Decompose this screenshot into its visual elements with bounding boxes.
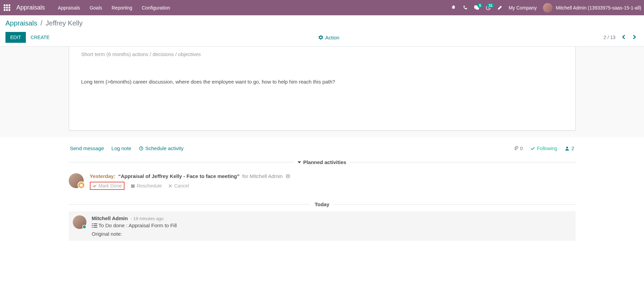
- message-avatar[interactable]: [73, 215, 86, 229]
- user-icon: [565, 146, 569, 151]
- control-center: Action: [54, 35, 604, 40]
- nav-menu-reporting[interactable]: Reporting: [112, 5, 132, 11]
- message-item: Mitchell Admin - 19 minutes ago To Do do…: [69, 211, 576, 241]
- cancel-button[interactable]: Cancel: [168, 183, 189, 189]
- list-icon: [92, 223, 97, 228]
- check-icon: [93, 184, 97, 188]
- svg-rect-13: [94, 227, 97, 228]
- close-icon: [168, 184, 172, 188]
- check-icon: [530, 146, 535, 151]
- attachments-count[interactable]: 0: [513, 146, 523, 151]
- paperclip-icon: [513, 146, 518, 151]
- followers-count[interactable]: 2: [565, 146, 574, 151]
- caret-down-icon: [298, 161, 301, 163]
- form-line-short: Short term (6 months) actions / decision…: [81, 47, 563, 62]
- clock-icon[interactable]: 31: [485, 5, 491, 11]
- message-body: Mitchell Admin - 19 minutes ago To Do do…: [92, 215, 570, 237]
- chat-badge: 5: [477, 3, 483, 8]
- planned-activities-toggle[interactable]: Planned activities: [294, 159, 350, 165]
- chatter: Send message Log note Schedule activity …: [69, 137, 576, 241]
- app-name[interactable]: Appraisals: [14, 4, 52, 11]
- control-right: 2 / 13: [604, 33, 639, 42]
- top-navbar: Appraisals Appraisals Goals Reporting Co…: [0, 0, 644, 15]
- message-header: Mitchell Admin - 19 minutes ago: [92, 215, 570, 221]
- svg-rect-3: [80, 184, 83, 186]
- log-note-button[interactable]: Log note: [112, 145, 131, 151]
- info-icon[interactable]: [285, 174, 291, 179]
- tools-icon[interactable]: [497, 5, 502, 11]
- svg-rect-7: [131, 184, 135, 187]
- activity-assignee: for Mitchell Admin: [242, 173, 282, 179]
- navbar-left: Appraisals Appraisals Goals Reporting Co…: [0, 0, 170, 15]
- svg-rect-8: [92, 223, 93, 224]
- svg-point-2: [566, 146, 568, 148]
- clock-badge: 31: [487, 3, 494, 8]
- pager-next[interactable]: [630, 33, 639, 42]
- breadcrumb-root[interactable]: Appraisals: [5, 19, 37, 27]
- chevron-left-icon: [621, 34, 627, 40]
- bug-icon[interactable]: [451, 5, 456, 11]
- mark-done-highlight: Mark Done: [90, 182, 125, 190]
- navbar-right: 5 31 My Company Mitchell Admin (13933975…: [451, 0, 641, 15]
- activity-body: Yesterday: “Appraisal of Jeffrey Kelly -…: [90, 173, 576, 190]
- message-content: To Do done : Appraisal Form to Fill: [92, 222, 570, 228]
- pager-prev[interactable]: [620, 33, 628, 42]
- today-label: Today: [309, 201, 335, 207]
- gear-icon: [318, 35, 323, 40]
- breadcrumb: Appraisals / Jeffrey Kelly: [5, 19, 639, 27]
- chatter-right: 0 Following 2: [513, 146, 574, 151]
- activity-type-badge-icon: [78, 181, 85, 189]
- apps-icon[interactable]: [0, 4, 14, 11]
- activity-actions: Mark Done Reschedule Cancel: [90, 182, 576, 190]
- svg-rect-12: [92, 227, 93, 228]
- pager-arrows: [620, 33, 639, 42]
- today-divider: Today: [69, 201, 576, 207]
- calendar-icon: [131, 184, 135, 188]
- chat-icon[interactable]: 5: [474, 5, 479, 11]
- svg-point-6: [287, 175, 288, 175]
- following-button[interactable]: Following: [530, 146, 557, 151]
- breadcrumb-current: Jeffrey Kelly: [46, 19, 83, 27]
- user-name: Mitchell Admin (13933975-saas-15-1-all): [556, 5, 641, 11]
- schedule-activity-button[interactable]: Schedule activity: [139, 145, 184, 151]
- svg-rect-11: [94, 225, 97, 226]
- form-sheet: Short term (6 months) actions / decision…: [69, 47, 576, 130]
- message-author: Mitchell Admin: [92, 215, 128, 221]
- control-panel: Appraisals / Jeffrey Kelly EDIT CREATE A…: [0, 15, 644, 47]
- activity-item: Yesterday: “Appraisal of Jeffrey Kelly -…: [69, 172, 576, 191]
- phone-icon[interactable]: [462, 5, 468, 11]
- activity-avatar[interactable]: [69, 173, 84, 188]
- svg-rect-5: [287, 176, 288, 178]
- mark-done-button[interactable]: Mark Done: [93, 183, 122, 189]
- company-selector[interactable]: My Company: [509, 5, 536, 11]
- user-menu[interactable]: Mitchell Admin (13933975-saas-15-1-all): [543, 3, 641, 13]
- planned-activities-divider: Planned activities: [69, 159, 576, 165]
- nav-menu-appraisals[interactable]: Appraisals: [58, 5, 80, 11]
- nav-menu: Appraisals Goals Reporting Configuration: [58, 5, 170, 11]
- svg-rect-10: [92, 225, 93, 226]
- chatter-topbar: Send message Log note Schedule activity …: [69, 145, 576, 156]
- activity-date: Yesterday:: [90, 173, 116, 179]
- nav-menu-goals[interactable]: Goals: [89, 5, 102, 11]
- activity-header: Yesterday: “Appraisal of Jeffrey Kelly -…: [90, 173, 576, 179]
- svg-rect-9: [94, 223, 97, 224]
- message-original-note: Original note:: [92, 231, 570, 237]
- form-line-long: Long term (>6months) career discussion, …: [81, 74, 563, 89]
- chevron-right-icon: [631, 34, 637, 40]
- sheet-wrapper: Short term (6 months) actions / decision…: [0, 47, 644, 137]
- clock-icon: [139, 146, 144, 151]
- user-avatar-icon: [543, 3, 552, 13]
- pager-count[interactable]: 2 / 13: [604, 35, 615, 40]
- edit-button[interactable]: EDIT: [5, 32, 26, 43]
- presence-dot-icon: [82, 225, 86, 229]
- send-message-button[interactable]: Send message: [70, 145, 104, 151]
- reschedule-button[interactable]: Reschedule: [131, 183, 162, 189]
- message-time: - 19 minutes ago: [131, 216, 164, 221]
- activity-title: “Appraisal of Jeffrey Kelly - Face to fa…: [118, 173, 240, 179]
- create-button[interactable]: CREATE: [26, 32, 54, 43]
- control-row: EDIT CREATE Action 2 / 13: [5, 32, 639, 43]
- action-dropdown[interactable]: Action: [318, 35, 340, 40]
- nav-menu-configuration[interactable]: Configuration: [142, 5, 170, 11]
